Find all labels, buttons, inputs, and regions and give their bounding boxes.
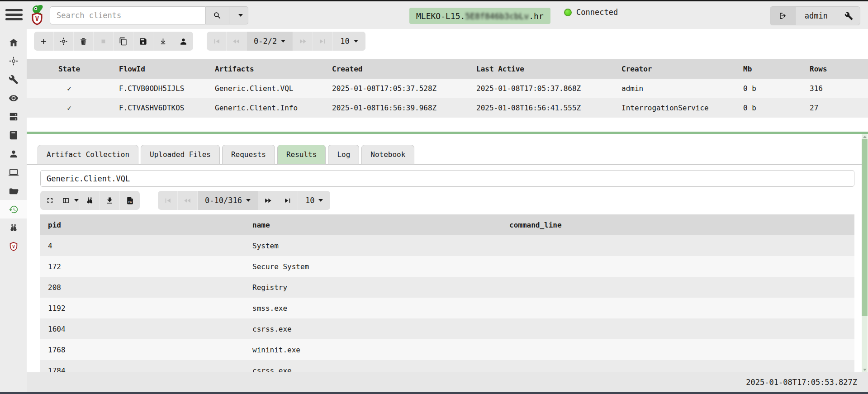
csv-file-icon: CSV bbox=[126, 196, 134, 205]
page-size-dropdown[interactable]: 10 bbox=[298, 191, 330, 210]
sidebar-item-folder-open[interactable] bbox=[0, 181, 27, 200]
last-page-button[interactable] bbox=[313, 32, 333, 51]
table-cell: Generic.Client.Info bbox=[208, 104, 325, 112]
velociraptor-shield-icon: V bbox=[9, 242, 19, 252]
save-collection-button[interactable] bbox=[133, 32, 153, 51]
tab-notebook[interactable]: Notebook bbox=[361, 145, 414, 165]
search-options-dropdown[interactable] bbox=[229, 6, 248, 24]
table-cell: 2025-01-08T17:05:37.868Z bbox=[469, 84, 614, 93]
inspect-raw-button[interactable] bbox=[80, 191, 100, 210]
client-host-badge[interactable]: MLEKO-L15.5E8f846b3cbLv.hr bbox=[409, 8, 550, 24]
flow-row[interactable]: ✓F.CTVASHV6DTKOSGeneric.Client.Info2025-… bbox=[27, 98, 868, 118]
server-icon bbox=[9, 112, 19, 122]
copy-collection-button[interactable] bbox=[114, 32, 133, 51]
save-icon bbox=[139, 37, 147, 46]
column-header: pid bbox=[40, 221, 245, 229]
last-page-button[interactable] bbox=[278, 191, 298, 210]
client-id-redacted: 5E8f846b3cbLv bbox=[465, 11, 529, 21]
table-cell: 208 bbox=[40, 283, 245, 292]
sidebar-item-crosshair[interactable] bbox=[0, 52, 27, 70]
hamburger-menu-icon[interactable] bbox=[5, 9, 23, 23]
sidebar-item-eye[interactable] bbox=[0, 89, 27, 107]
export-flow-button[interactable] bbox=[153, 32, 173, 51]
velociraptor-logo-icon: V bbox=[30, 4, 45, 28]
tab-artifact-collection[interactable]: Artifact Collection bbox=[38, 145, 138, 165]
result-row: 1768wininit.exe bbox=[40, 339, 854, 360]
svg-text:CSV: CSV bbox=[128, 201, 132, 204]
tab-requests[interactable]: Requests bbox=[222, 145, 275, 165]
table-cell: 1192 bbox=[40, 304, 245, 313]
column-header: Rows bbox=[802, 65, 868, 73]
sidebar-item-laptop[interactable] bbox=[0, 163, 27, 181]
tab-results[interactable]: Results bbox=[277, 145, 326, 165]
stop-flow-button[interactable] bbox=[94, 32, 114, 51]
search-button[interactable] bbox=[206, 6, 229, 24]
first-page-button[interactable] bbox=[207, 32, 227, 51]
artifact-name-input[interactable] bbox=[40, 170, 854, 187]
bottom-edge bbox=[0, 392, 868, 394]
history-icon bbox=[9, 204, 19, 214]
flows-pagination: 0-2/2 10 bbox=[207, 32, 365, 51]
prev-page-button[interactable] bbox=[178, 191, 198, 210]
column-header: name bbox=[245, 221, 502, 229]
logout-button[interactable] bbox=[770, 7, 796, 25]
page-size-dropdown[interactable]: 10 bbox=[333, 32, 365, 51]
table-cell: wininit.exe bbox=[245, 346, 502, 354]
fullscreen-icon bbox=[46, 196, 54, 205]
expand-table-button[interactable] bbox=[40, 191, 60, 210]
sidebar-item-binoculars[interactable] bbox=[0, 218, 27, 237]
tab-log[interactable]: Log bbox=[328, 145, 359, 165]
new-collection-button[interactable] bbox=[34, 32, 54, 51]
results-table: pidnamecommand_line4System172Secure Syst… bbox=[40, 214, 854, 381]
vertical-scrollbar[interactable] bbox=[862, 134, 868, 372]
column-header: Artifacts bbox=[208, 65, 325, 73]
table-cell: 4 bbox=[40, 242, 245, 250]
tab-uploaded-files[interactable]: Uploaded Files bbox=[141, 145, 220, 165]
first-page-button[interactable] bbox=[158, 191, 178, 210]
hunt-button[interactable] bbox=[54, 32, 74, 51]
user-icon bbox=[9, 149, 19, 159]
result-row: 172Secure System bbox=[40, 256, 854, 277]
binoculars-icon bbox=[9, 223, 19, 233]
flow-state-check: ✓ bbox=[27, 104, 112, 112]
flow-user-button[interactable] bbox=[173, 32, 193, 51]
sidebar-item-shield[interactable]: V bbox=[0, 237, 27, 256]
table-cell: 0 b bbox=[736, 84, 802, 93]
sidebar-item-server[interactable] bbox=[0, 107, 27, 126]
next-page-button[interactable] bbox=[258, 191, 278, 210]
delete-flow-button[interactable] bbox=[74, 32, 94, 51]
sidebar-item-book[interactable] bbox=[0, 126, 27, 144]
scroll-down-icon[interactable] bbox=[863, 369, 867, 371]
download-icon bbox=[159, 37, 167, 46]
flows-toolbar bbox=[34, 32, 193, 51]
sidebar-item-wrench[interactable] bbox=[0, 70, 27, 89]
user-settings-button[interactable] bbox=[837, 7, 860, 25]
scroll-up-icon[interactable] bbox=[863, 136, 867, 138]
sidebar-item-user[interactable] bbox=[0, 144, 27, 163]
flow-state-check: ✓ bbox=[27, 84, 112, 93]
result-row: 208Registry bbox=[40, 277, 854, 298]
laptop-icon bbox=[9, 167, 19, 177]
table-cell: Registry bbox=[245, 283, 502, 292]
download-json-button[interactable] bbox=[100, 191, 120, 210]
page-range-dropdown[interactable]: 0-10/316 bbox=[198, 191, 258, 210]
current-user-label: admin bbox=[796, 7, 837, 25]
sidebar-item-home[interactable] bbox=[0, 33, 27, 52]
table-cell: F.CTVASHV6DTKOS bbox=[112, 104, 208, 112]
next-page-button[interactable] bbox=[293, 32, 313, 51]
prev-page-button[interactable] bbox=[227, 32, 247, 51]
sidebar-item-history[interactable] bbox=[0, 200, 27, 218]
page-range-dropdown[interactable]: 0-2/2 bbox=[247, 32, 293, 51]
main-content: 0-2/2 10 StateFlowIdArtifactsCreatedLast… bbox=[27, 29, 868, 394]
flow-row[interactable]: ✓F.CTVB0ODH5IJLSGeneric.Client.VQL2025-0… bbox=[27, 79, 868, 98]
show-columns-button[interactable] bbox=[60, 191, 80, 210]
search-clients-input[interactable] bbox=[50, 6, 206, 24]
table-cell: 0 b bbox=[736, 104, 802, 112]
table-cell: 2025-01-08T17:05:37.528Z bbox=[325, 84, 469, 93]
connected-dot-icon bbox=[564, 9, 572, 16]
pane-splitter-handle[interactable] bbox=[27, 132, 868, 134]
column-header: Created bbox=[325, 65, 469, 73]
status-bar: 2025-01-08T17:05:53.827Z bbox=[27, 372, 868, 392]
download-csv-button[interactable]: CSV bbox=[120, 191, 140, 210]
scrollbar-thumb[interactable] bbox=[862, 139, 868, 316]
